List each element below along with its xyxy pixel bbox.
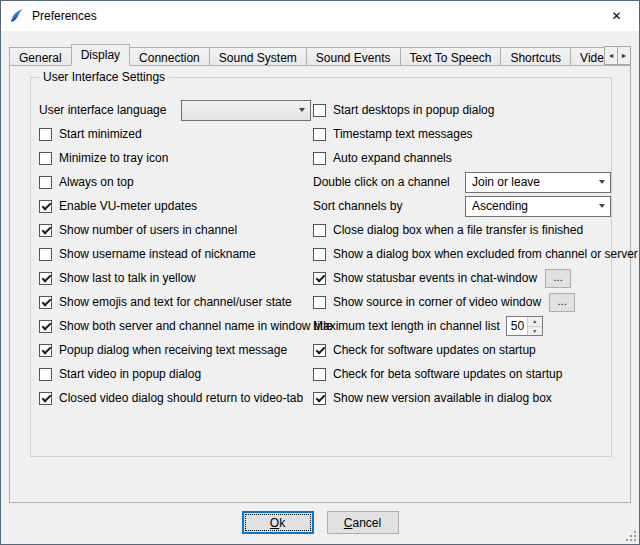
checkbox-label: Minimize to tray icon (59, 151, 168, 165)
checkbox-show-new-version-in-dialog[interactable]: Show new version available in dialog box (313, 386, 611, 410)
checkbox-box (313, 224, 326, 237)
language-combobox[interactable] (181, 100, 311, 121)
checkbox-box (39, 200, 52, 213)
tab-scroll-left-button[interactable]: ◄ (604, 46, 618, 65)
max-text-length-value: 50 (507, 317, 527, 335)
tab-label: Connection (139, 51, 200, 65)
checkbox-timestamp-text-messages[interactable]: Timestamp text messages (313, 122, 611, 146)
max-text-length-row: Maximum text length in channel list 50 ▲… (313, 314, 611, 338)
arrow-left-icon: ◄ (608, 52, 615, 59)
app-icon (9, 8, 25, 24)
resize-grip[interactable] (624, 529, 637, 542)
checkbox-label: Timestamp text messages (333, 127, 473, 141)
ok-button[interactable]: Ok (242, 511, 314, 534)
checkbox-box (39, 368, 52, 381)
checkbox-label: Show number of users in channel (59, 223, 237, 237)
tab-sound-events[interactable]: Sound Events (306, 47, 401, 66)
checkbox-label: Show source in corner of video window (333, 295, 541, 309)
chevron-down-icon (299, 108, 305, 112)
close-button[interactable]: ✕ (594, 1, 639, 31)
tab-text-to-speech[interactable]: Text To Speech (400, 47, 502, 66)
checkbox-label: Check for software updates on startup (333, 343, 536, 357)
checkbox-start-desktops-in-popup-dialog[interactable]: Start desktops in popup dialog (313, 98, 611, 122)
checkbox-label: Popup dialog when receiving text message (59, 343, 287, 357)
checkbox-closed-video-return-to-video-tab[interactable]: Closed video dialog should return to vid… (39, 386, 311, 410)
checkbox-label: Check for beta software updates on start… (333, 367, 562, 381)
display-tab-page: User Interface Settings User interface l… (9, 65, 631, 503)
checkbox-show-last-to-talk-in-yellow[interactable]: Show last to talk in yellow (39, 266, 311, 290)
checkbox-box (39, 272, 52, 285)
statusbar-events-options-button[interactable]: ... (545, 269, 571, 288)
tab-shortcuts[interactable]: Shortcuts (500, 47, 571, 66)
tab-bar: General Display Connection Sound System … (9, 44, 631, 66)
sort-channels-combobox-value: Ascending (472, 199, 528, 213)
checkbox-box (39, 344, 52, 357)
double-click-combobox-value: Join or leave (472, 175, 540, 189)
tab-label: Sound System (219, 51, 297, 65)
checkbox-box[interactable] (313, 272, 326, 285)
checkbox-label: Show a dialog box when excluded from cha… (333, 247, 638, 261)
tab-scrollers: ◄ ► (605, 46, 631, 65)
tab-general[interactable]: General (9, 47, 72, 66)
checkbox-always-on-top[interactable]: Always on top (39, 170, 311, 194)
checkbox-label: Always on top (59, 175, 134, 189)
tab-label: Display (81, 48, 120, 62)
checkbox-label: Close dialog box when a file transfer is… (333, 223, 583, 237)
spinner-up-icon[interactable]: ▲ (528, 317, 542, 327)
ok-button-label: Ok (270, 516, 285, 530)
double-click-combobox[interactable]: Join or leave (465, 172, 611, 193)
checkbox-popup-dialog-on-text-message[interactable]: Popup dialog when receiving text message (39, 338, 311, 362)
cancel-button[interactable]: Cancel (327, 511, 399, 534)
checkbox-close-dialog-on-file-transfer-finish[interactable]: Close dialog box when a file transfer is… (313, 218, 611, 242)
tab-scroll-right-button[interactable]: ► (617, 46, 631, 65)
titlebar: Preferences ✕ (1, 1, 639, 31)
checkbox-label: Show username instead of nickname (59, 247, 256, 261)
language-label: User interface language (39, 103, 166, 117)
checkbox-box (39, 176, 52, 189)
checkbox-box[interactable] (313, 296, 326, 309)
tab-connection[interactable]: Connection (129, 47, 210, 66)
chevron-down-icon (599, 180, 605, 184)
double-click-label: Double click on a channel (313, 175, 450, 189)
language-row: User interface language (39, 98, 311, 122)
checkbox-box (39, 248, 52, 261)
video-source-options-button[interactable]: ... (549, 293, 575, 312)
checkbox-show-statusbar-events-row: Show statusbar events in chat-window ... (313, 266, 611, 290)
checkbox-box (39, 296, 52, 309)
checkbox-box (313, 248, 326, 261)
checkbox-check-for-software-updates[interactable]: Check for software updates on startup (313, 338, 611, 362)
tab-display[interactable]: Display (71, 44, 130, 66)
checkbox-box (313, 152, 326, 165)
checkbox-label: Start minimized (59, 127, 142, 141)
cancel-button-label: Cancel (344, 516, 381, 530)
checkbox-show-username-instead-of-nickname[interactable]: Show username instead of nickname (39, 242, 311, 266)
checkbox-enable-vu-meter-updates[interactable]: Enable VU-meter updates (39, 194, 311, 218)
checkbox-auto-expand-channels[interactable]: Auto expand channels (313, 146, 611, 170)
user-interface-settings-group: User Interface Settings User interface l… (30, 77, 612, 457)
checkbox-label: Auto expand channels (333, 151, 452, 165)
checkbox-box (39, 320, 52, 333)
max-text-length-spinner[interactable]: 50 ▲ ▼ (506, 316, 543, 336)
dialog-footer: Ok Cancel (1, 511, 639, 534)
checkbox-label: Start desktops in popup dialog (333, 103, 494, 117)
tab-label: Text To Speech (410, 51, 492, 65)
checkbox-show-number-of-users-in-channel[interactable]: Show number of users in channel (39, 218, 311, 242)
checkbox-show-dialog-when-excluded[interactable]: Show a dialog box when excluded from cha… (313, 242, 611, 266)
left-column: User interface language Start minimized … (39, 98, 311, 410)
spinner-down-icon[interactable]: ▼ (528, 327, 542, 336)
checkbox-show-server-and-channel-in-title[interactable]: Show both server and channel name in win… (39, 314, 311, 338)
checkbox-minimize-to-tray-icon[interactable]: Minimize to tray icon (39, 146, 311, 170)
checkbox-start-minimized[interactable]: Start minimized (39, 122, 311, 146)
checkbox-label: Enable VU-meter updates (59, 199, 197, 213)
tab-sound-system[interactable]: Sound System (209, 47, 307, 66)
checkbox-label: Show emojis and text for channel/user st… (59, 295, 292, 309)
checkbox-label: Show statusbar events in chat-window (333, 271, 537, 285)
checkbox-label: Show new version available in dialog box (333, 391, 552, 405)
checkbox-start-video-in-popup-dialog[interactable]: Start video in popup dialog (39, 362, 311, 386)
sort-channels-combobox[interactable]: Ascending (465, 196, 611, 217)
window-title: Preferences (32, 9, 97, 23)
checkbox-show-emojis-and-text-for-state[interactable]: Show emojis and text for channel/user st… (39, 290, 311, 314)
checkbox-box (39, 224, 52, 237)
checkbox-check-for-beta-updates[interactable]: Check for beta software updates on start… (313, 362, 611, 386)
right-column: Start desktops in popup dialog Timestamp… (313, 98, 611, 410)
